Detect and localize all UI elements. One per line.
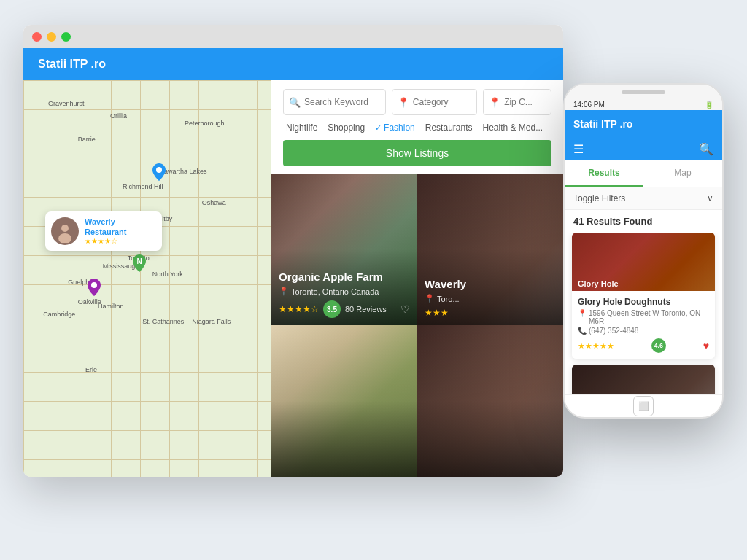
phone-heart-1[interactable]: ♥ <box>703 340 709 351</box>
phone-home-bar: ⬜ <box>565 394 722 416</box>
phone-tabs: Results Map <box>565 160 722 187</box>
phone-app-header: Statii ITP .ro <box>565 110 722 138</box>
map-label-north-york: North York <box>152 271 183 278</box>
minimize-button[interactable] <box>47 32 56 42</box>
search-field-wrap: 🔍 <box>283 89 386 115</box>
map-area: Gravenhurst Orillia Peterborough Kawarth… <box>23 80 271 477</box>
map-label-peterborough: Peterborough <box>185 120 225 127</box>
map-pin-blue-1 <box>152 163 166 184</box>
toggle-filters-row[interactable]: Toggle Filters ∨ <box>565 187 722 210</box>
phone-frame: 14:06 PM 🔋 Statii ITP .ro ☰ 🔍 Results Ma… <box>563 83 724 419</box>
tab-results[interactable]: Results <box>565 160 643 187</box>
map-label-richmond: Richmond Hill <box>123 183 163 190</box>
review-badge-1: 3.5 <box>323 300 341 318</box>
phone-listing-addr-1: 📍 1596 Queen Street W Toronto, ON M6R <box>578 309 709 325</box>
listing-card-cafe[interactable] <box>417 325 563 477</box>
listing-overlay-3 <box>271 325 417 477</box>
close-button[interactable] <box>32 32 42 42</box>
popup-stars: ★★★★☆ <box>85 237 156 245</box>
map-pin-green-1: N <box>133 254 146 275</box>
map-background: Gravenhurst Orillia Peterborough Kawarth… <box>23 80 271 477</box>
svg-text:N: N <box>136 257 142 265</box>
svg-point-4 <box>61 225 69 232</box>
show-listings-button[interactable]: Show Listings <box>283 140 551 166</box>
map-label-barrie: Barrie <box>78 136 96 143</box>
phone-listing-barber[interactable]: Astoundify Barbershop 📍 555 Liberty Vill… <box>572 365 715 394</box>
category-field-wrap: 📍 <box>392 89 477 115</box>
map-label-erie: Erie <box>85 366 97 373</box>
map-roads <box>23 80 271 477</box>
svg-point-2 <box>91 282 97 288</box>
listings-grid: Organic Apple Farm 📍 Toronto, Ontario Ca… <box>271 174 563 477</box>
img-overlay-2 <box>572 365 715 394</box>
location-pin-2: 📍 <box>425 294 435 303</box>
listing-stars-1: ★★★★☆ <box>279 304 319 314</box>
phone-badge-1: 4.6 <box>651 338 666 353</box>
phone-notch-area <box>565 85 722 99</box>
addr-pin-1: 📍 <box>578 309 587 317</box>
app-title: Statii ITP .ro <box>38 58 106 71</box>
toggle-filters-label: Toggle Filters <box>573 193 625 203</box>
tab-map[interactable]: Map <box>643 160 722 187</box>
hamburger-icon[interactable]: ☰ <box>573 142 584 156</box>
listing-location-1: 📍 Toronto, Ontario Canada <box>279 287 410 296</box>
browser-window: Statii ITP .ro Gravenhurst Orillia <box>23 25 563 477</box>
location-pin-1: 📍 <box>279 287 289 296</box>
toggle-filters-chevron: ∨ <box>707 193 713 203</box>
search-bar: 🔍 📍 📍 <box>271 80 563 115</box>
phone-toolbar: ☰ 🔍 <box>565 138 722 160</box>
map-label-stcath: St. Catharines <box>142 318 184 325</box>
favorite-icon-1[interactable]: ♡ <box>400 303 410 315</box>
filter-shopping[interactable]: Shopping <box>325 121 368 134</box>
listing-card-apple[interactable]: Organic Apple Farm 📍 Toronto, Ontario Ca… <box>271 174 417 325</box>
right-panel: 🔍 📍 📍 Nightli <box>271 80 563 477</box>
phone-search-icon[interactable]: 🔍 <box>699 142 713 156</box>
filter-health[interactable]: Health & Med... <box>479 121 546 134</box>
map-pin-purple-1 <box>88 279 101 299</box>
map-label-oshawa: Oshawa <box>202 199 226 206</box>
phone-time: 14:06 PM <box>573 101 605 109</box>
phone-listing-name-1: Glory Hole Doughnuts <box>578 297 709 307</box>
search-icon: 🔍 <box>289 97 301 108</box>
filter-tags: Nightlife Shopping ✓ Fashion Restaurants… <box>271 115 563 140</box>
home-button[interactable]: ⬜ <box>633 396 654 416</box>
map-label-guelph: Guelph <box>68 279 89 286</box>
browser-titlebar <box>23 25 563 48</box>
app-body: Gravenhurst Orillia Peterborough Kawarth… <box>23 80 563 477</box>
phone-listing-doughnuts[interactable]: Glory Hole Glory Hole Doughnuts 📍 1596 Q… <box>572 233 715 359</box>
popup-avatar <box>51 217 79 245</box>
phone-stars-1: ★★★★★ <box>578 341 614 351</box>
svg-point-0 <box>156 167 162 173</box>
listing-info-2: Waverly 📍 Toro... ★★★ <box>417 271 563 325</box>
popup-info: Waverly Restaurant ★★★★☆ <box>85 217 156 244</box>
filter-restaurants[interactable]: Restaurants <box>422 121 476 134</box>
filter-fashion[interactable]: ✓ Fashion <box>372 121 418 134</box>
listing-name-1: Organic Apple Farm <box>279 271 410 284</box>
listing-location-2: 📍 Toro... <box>425 294 556 303</box>
map-label-niagara: Niagara Falls <box>192 318 231 325</box>
phone-listing-area: Glory Hole Glory Hole Doughnuts 📍 1596 Q… <box>565 233 722 394</box>
listing-footer-1: ★★★★☆ 3.5 80 Reviews ♡ <box>279 300 410 318</box>
map-label-orillia: Orillia <box>110 112 127 120</box>
maximize-button[interactable] <box>61 32 71 42</box>
phone-listing-phone-1: 📞 (647) 352-4848 <box>578 327 709 335</box>
map-popup: Waverly Restaurant ★★★★☆ <box>45 211 162 251</box>
listing-card-cycling[interactable] <box>271 325 417 477</box>
listing-card-waverly[interactable]: Waverly 📍 Toro... ★★★ <box>417 174 563 325</box>
phone-battery: 🔋 <box>705 101 713 109</box>
map-label-gravenhurst: Gravenhurst <box>48 100 85 107</box>
map-label-hamilton: Hamilton <box>98 303 124 310</box>
map-label-oakville: Oakville <box>78 298 101 306</box>
phone-listing-footer-1: ★★★★★ 4.6 ♥ <box>578 338 709 353</box>
listing-stars-2: ★★★ <box>425 308 449 318</box>
phone-listing-img-2 <box>572 365 715 394</box>
app-header: Statii ITP .ro <box>23 48 563 80</box>
zip-icon: 📍 <box>489 97 500 108</box>
listing-name-2: Waverly <box>425 278 556 291</box>
map-label-kawartha: Kawartha Lakes <box>160 168 207 175</box>
phone-listing-img-1: Glory Hole <box>572 233 715 291</box>
results-count: 41 Results Found <box>565 210 722 233</box>
filter-nightlife[interactable]: Nightlife <box>283 121 320 134</box>
map-label-cambridge: Cambridge <box>43 311 75 318</box>
listing-info-1: Organic Apple Farm 📍 Toronto, Ontario Ca… <box>271 263 417 325</box>
